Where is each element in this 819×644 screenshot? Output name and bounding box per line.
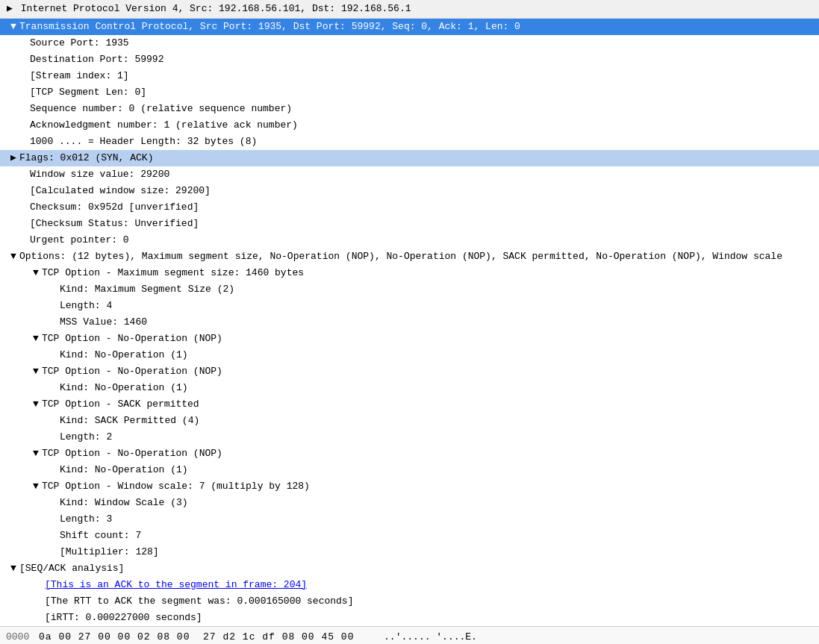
opt-nop1-toggle-icon[interactable]: ▼: [30, 331, 42, 346]
opt-nop1-kind-row: Kind: No-Operation (1): [0, 347, 819, 363]
opt-mss-kind-label: Kind: Maximum Segment Size (2): [60, 282, 816, 297]
opt-mss-len-label: Length: 4: [60, 298, 816, 313]
dest-port-row[interactable]: Destination Port: 59992: [0, 51, 819, 68]
opt-mss-len-row: Length: 4: [0, 298, 819, 314]
irtt-row: [iRTT: 0.000227000 seconds]: [0, 610, 819, 626]
packet-detail-panel: ▶ Internet Protocol Version 4, Src: 192.…: [0, 0, 819, 644]
ip-row[interactable]: ▶ Internet Protocol Version 4, Src: 192.…: [0, 0, 819, 19]
opt-sack-len-row: Length: 2: [0, 429, 819, 446]
opt-ws-row[interactable]: ▼ TCP Option - Window scale: 7 (multiply…: [0, 478, 819, 495]
opt-nop1-row[interactable]: ▼ TCP Option - No-Operation (NOP): [0, 331, 819, 347]
opt-mss-val-label: MSS Value: 1460: [60, 315, 816, 330]
irtt-label: [iRTT: 0.000227000 seconds]: [45, 610, 816, 625]
opt-mss-val-row: MSS Value: 1460: [0, 314, 819, 331]
header-len-label: 1000 .... = Header Length: 32 bytes (8): [30, 134, 816, 149]
tcp-section: ▼ Transmission Control Protocol, Src Por…: [0, 19, 819, 626]
ack-num-label: Acknowledgment number: 1 (relative ack n…: [30, 118, 816, 133]
options-toggle-icon[interactable]: ▼: [7, 249, 19, 264]
flags-label: Flags: 0x012 (SYN, ACK): [19, 151, 816, 166]
opt-sack-kind-label: Kind: SACK Permitted (4): [60, 413, 816, 428]
opt-nop3-row[interactable]: ▼ TCP Option - No-Operation (NOP): [0, 446, 819, 462]
calc-window-row[interactable]: [Calculated window size: 29200]: [0, 183, 819, 199]
opt-nop3-kind-label: Kind: No-Operation (1): [60, 463, 816, 478]
opt-ws-shift-label: Shift count: 7: [60, 528, 816, 543]
opt-sack-row[interactable]: ▼ TCP Option - SACK permitted: [0, 396, 819, 413]
ip-toggle-icon[interactable]: ▶: [4, 1, 15, 16]
opt-ws-mult-label: [Multiplier: 128]: [60, 545, 816, 560]
ip-label: Internet Protocol Version 4, Src: 192.16…: [21, 3, 411, 14]
seq-ack-label: [SEQ/ACK analysis]: [19, 561, 816, 576]
opt-ws-toggle-icon[interactable]: ▼: [30, 479, 42, 494]
rtt-label: [The RTT to ACK the segment was: 0.00016…: [45, 594, 816, 609]
hex-ascii-0: ..'..... '....E.: [360, 630, 476, 644]
opt-mss-label: TCP Option - Maximum segment size: 1460 …: [42, 266, 816, 281]
seq-num-row[interactable]: Sequence number: 0 (relative sequence nu…: [0, 101, 819, 117]
opt-sack-len-label: Length: 2: [60, 430, 816, 445]
opt-ws-len-label: Length: 3: [60, 512, 816, 527]
opt-nop2-toggle-icon[interactable]: ▼: [30, 364, 42, 379]
hex-offset-0: 0000: [6, 630, 33, 644]
hex-bytes-0: 0a 00 27 00 00 02 08 00 27 d2 1c df 08 0…: [39, 630, 354, 644]
ack-num-row[interactable]: Acknowledgment number: 1 (relative ack n…: [0, 117, 819, 134]
ack-frame-label[interactable]: [This is an ACK to the segment in frame:…: [45, 578, 816, 593]
stream-index-row[interactable]: [Stream index: 1]: [0, 68, 819, 84]
calc-window-label: [Calculated window size: 29200]: [30, 184, 816, 198]
tcp-header-label: Transmission Control Protocol, Src Port:…: [19, 19, 816, 34]
opt-nop2-row[interactable]: ▼ TCP Option - No-Operation (NOP): [0, 363, 819, 380]
tcp-toggle-icon[interactable]: ▼: [7, 19, 19, 34]
urgent-ptr-label: Urgent pointer: 0: [30, 233, 816, 248]
seq-ack-toggle-icon[interactable]: ▼: [7, 561, 19, 576]
opt-sack-label: TCP Option - SACK permitted: [42, 397, 816, 412]
opt-ws-kind-row: Kind: Window Scale (3): [0, 495, 819, 511]
opt-ws-shift-row: Shift count: 7: [0, 528, 819, 544]
dest-port-label: Destination Port: 59992: [30, 52, 816, 67]
opt-nop2-kind-row: Kind: No-Operation (1): [0, 380, 819, 396]
checksum-label: Checksum: 0x952d [unverified]: [30, 200, 816, 215]
seq-num-label: Sequence number: 0 (relative sequence nu…: [30, 101, 816, 116]
opt-mss-kind-row: Kind: Maximum Segment Size (2): [0, 281, 819, 298]
opt-mss-toggle-icon[interactable]: ▼: [30, 266, 42, 281]
opt-nop2-label: TCP Option - No-Operation (NOP): [42, 364, 816, 379]
options-row[interactable]: ▼ Options: (12 bytes), Maximum segment s…: [0, 248, 819, 265]
opt-ws-label: TCP Option - Window scale: 7 (multiply b…: [42, 479, 816, 494]
stream-index-label: [Stream index: 1]: [30, 69, 816, 84]
urgent-ptr-row[interactable]: Urgent pointer: 0: [0, 232, 819, 248]
checksum-row[interactable]: Checksum: 0x952d [unverified]: [0, 199, 819, 216]
flags-toggle-icon[interactable]: ▶: [7, 151, 19, 166]
opt-sack-kind-row: Kind: SACK Permitted (4): [0, 413, 819, 429]
hex-dump-panel: 0000 0a 00 27 00 00 02 08 00 27 d2 1c df…: [0, 626, 819, 644]
opt-nop1-kind-label: Kind: No-Operation (1): [60, 348, 816, 363]
checksum-status-row[interactable]: [Checksum Status: Unverified]: [0, 216, 819, 232]
window-size-row[interactable]: Window size value: 29200: [0, 166, 819, 183]
opt-sack-toggle-icon[interactable]: ▼: [30, 397, 42, 412]
ack-frame-row[interactable]: [This is an ACK to the segment in frame:…: [0, 577, 819, 593]
flags-row[interactable]: ▶ Flags: 0x012 (SYN, ACK): [0, 150, 819, 166]
source-port-label: Source Port: 1935: [30, 36, 816, 51]
opt-ws-kind-label: Kind: Window Scale (3): [60, 495, 816, 510]
opt-ws-mult-row: [Multiplier: 128]: [0, 544, 819, 560]
options-label: Options: (12 bytes), Maximum segment siz…: [19, 249, 816, 264]
opt-ws-len-row: Length: 3: [0, 511, 819, 528]
seq-ack-row[interactable]: ▼ [SEQ/ACK analysis]: [0, 560, 819, 577]
segment-len-row[interactable]: [TCP Segment Len: 0]: [0, 84, 819, 101]
opt-nop2-kind-label: Kind: No-Operation (1): [60, 381, 816, 396]
tcp-header-row[interactable]: ▼ Transmission Control Protocol, Src Por…: [0, 19, 819, 35]
opt-nop1-label: TCP Option - No-Operation (NOP): [42, 331, 816, 346]
window-size-label: Window size value: 29200: [30, 167, 816, 182]
checksum-status-label: [Checksum Status: Unverified]: [30, 216, 816, 231]
segment-len-label: [TCP Segment Len: 0]: [30, 85, 816, 100]
rtt-row: [The RTT to ACK the segment was: 0.00016…: [0, 593, 819, 610]
opt-nop3-toggle-icon[interactable]: ▼: [30, 446, 42, 461]
opt-nop3-kind-row: Kind: No-Operation (1): [0, 462, 819, 478]
header-len-row[interactable]: 1000 .... = Header Length: 32 bytes (8): [0, 134, 819, 150]
opt-nop3-label: TCP Option - No-Operation (NOP): [42, 446, 816, 461]
source-port-row[interactable]: Source Port: 1935: [0, 35, 819, 51]
opt-mss-row[interactable]: ▼ TCP Option - Maximum segment size: 146…: [0, 265, 819, 281]
hex-row-0000: 0000 0a 00 27 00 00 02 08 00 27 d2 1c df…: [6, 630, 813, 644]
